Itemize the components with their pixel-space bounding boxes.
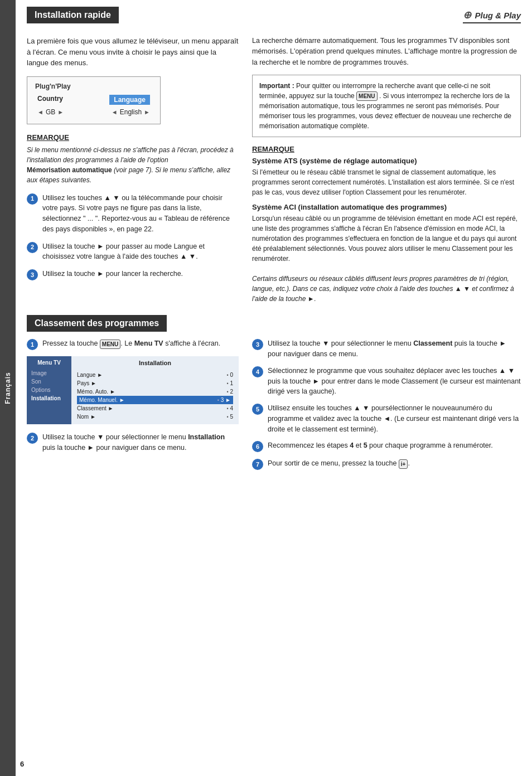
tv-menu-langue-label: Langue ► [77,372,103,378]
class-step-1: 1 Pressez la touche MENU. Le Menu TV s'a… [27,338,239,350]
tv-menu-memo-auto-val: • 2 [227,389,234,395]
installation-rapide-title-box: Installation rapide [27,7,119,30]
class-step-6-text: Recommencez les étapes 4 et 5 pour chaqu… [268,440,521,451]
tv-menu-row-langue: Langue ► • 0 [77,371,233,379]
section-title: Installation rapide [27,7,119,23]
step-3: 3 Utilisez la touche ► pour lancer la re… [27,269,239,280]
menu-key-class1: MENU [100,340,120,349]
class-step-2-num: 2 [27,433,38,444]
class-step-2: 2 Utilisez la touche ▼ pour sélectionner… [27,432,239,453]
installation-rapide-content: La première fois que vous allumez le tél… [27,36,521,309]
class-step-4: 4 Sélectionnez le programme que vous sou… [252,366,521,397]
step-1: 1 Utilisez les touches ▲ ▼ ou la télécom… [27,193,239,235]
class-step-7: 7 Pour sortir de ce menu, pressez la tou… [252,458,521,470]
step5-ref: 5 [364,442,367,449]
remarque2-title: REMARQUE [252,145,521,153]
class-step-7-text: Pour sortir de ce menu, pressez la touch… [268,458,521,469]
step4-ref: 4 [350,442,354,449]
tv-menu-pays-val: • 1 [227,380,234,386]
tv-menu-langue-val: • 0 [227,372,234,378]
step-1-text: Utilisez les touches ▲ ▼ ou la télécomma… [42,193,239,235]
tv-menu-main-title: Installation [77,360,233,366]
sub1-text: Si l'émetteur ou le réseau câblé transme… [252,167,521,197]
class-step-1-num: 1 [27,339,38,350]
right-intro: La recherche démarre automatiquement. To… [252,36,521,68]
iplus-key: i+ [399,459,408,469]
header-row: Installation rapide ⊕ Plug & Play [27,7,521,30]
menu-box: Plug'n'Play Country Language ◄ GB ► ◄ En… [27,76,161,124]
country-label: Country [37,95,63,105]
tv-menu-item-son: Son [29,377,69,386]
sub1-title: Système ATS (système de réglage automati… [252,157,521,165]
tv-menu-row-memo-auto: Mémo. Auto. ► • 2 [77,387,233,396]
classement-section: Classement des programmes 1 Pressez la t… [27,315,521,476]
tv-menu-item-installation: Installation [29,394,69,402]
classement-title: Classement des programmes [27,315,167,332]
remarque1-title: REMARQUE [27,133,239,142]
sidebar: Français [0,0,16,776]
sub2-text: Lorsqu'un réseau câblé ou un programme d… [252,214,521,304]
class-step-3-num: 3 [252,339,263,350]
step-1-num: 1 [27,193,38,205]
class-step-5-text: Utilisez ensuite les touches ▲ ▼ poursél… [268,403,521,434]
installation-bold: Installation [188,433,225,441]
menu-box-values: ◄ GB ► ◄ English ► [35,108,152,116]
remarque2: REMARQUE Système ATS (système de réglage… [252,145,521,304]
country-value-row: ◄ GB ► [37,108,64,116]
tv-menu-classement-label: Classement ► [77,405,113,411]
tv-menu-nom-label: Nom ► [77,414,96,420]
sidebar-label: Français [4,372,12,404]
class-step-6-num: 6 [252,441,263,452]
remarque1: REMARQUE Si le menu mentionné ci-dessus … [27,133,239,185]
sub2-text-main: Lorsqu'un réseau câblé ou un programme d… [252,215,518,263]
remarque1-bold: Mémorisation automatique [27,166,112,174]
classement-cols: 1 Pressez la touche MENU. Le Menu TV s'a… [27,338,521,476]
menu-key: MENU [356,91,377,101]
tv-menu-row-nom: Nom ► • 5 [77,413,233,421]
step-2-num: 2 [27,242,38,253]
sub2-title: Système ACI (installation automatique de… [252,203,521,211]
remarque1-text: Si le menu mentionné ci-dessus ne s'affi… [27,145,239,185]
class-step-7-num: 7 [252,459,263,470]
tv-menu-nom-val: • 5 [227,414,234,420]
menu-box-title: Plug'n'Play [35,83,152,90]
class-step-5-num: 5 [252,404,263,415]
classement-col-left: 1 Pressez la touche MENU. Le Menu TV s'a… [27,338,239,476]
menu-box-header: Country Language [35,95,152,105]
tv-menu-item-options: Options [29,386,69,394]
plug-play-text: Plug & Play [475,11,521,20]
tv-menu-sidebar-title: Menu TV [29,360,69,366]
language-value: English [120,108,142,116]
step-3-text: Utilisez la touche ► pour lancer la rech… [42,269,239,279]
tv-menu-row-pays: Pays ► • 1 [77,379,233,387]
col-right: La recherche démarre automatiquement. To… [252,36,521,309]
important-box: Important : Pour quitter ou interrompre … [252,75,521,137]
tv-menu-row-classement: Classement ► • 4 [77,404,233,413]
class-step-3: 3 Utilisez la touche ▼ pour sélectionner… [252,338,521,360]
tv-menu-main: Installation Langue ► • 0 Pays ► • 1 Mém… [71,356,239,424]
tv-menu-memo-auto-label: Mémo. Auto. ► [77,389,115,395]
lang-arrow-left: ◄ [112,109,118,115]
class-step-5: 5 Utilisez ensuite les touches ▲ ▼ pours… [252,403,521,434]
sub2-text-italic: Certains diffuseurs ou réseaux câblés di… [252,275,514,303]
remarque1-text1: Si le menu mentionné ci-dessus ne s'affi… [27,146,234,164]
important-label: Important : [259,82,294,90]
tv-menu-classement-val: • 4 [227,405,234,411]
language-value-row: ◄ English ► [112,108,150,116]
tv-menu-mockup: Menu TV Image Son Options Installation I… [27,356,239,424]
lang-arrow-right: ► [144,109,150,115]
plug-play-logo: ⊕ Plug & Play [463,9,521,23]
plug-icon: ⊕ [463,9,471,21]
step-3-num: 3 [27,269,38,280]
main-content: Installation rapide ⊕ Plug & Play La pre… [16,0,532,487]
country-arrow-right: ► [57,109,64,115]
intro-text: La première fois que vous allumez le tél… [27,36,239,69]
tv-menu-memo-manuel-label: Mémo. Manuel. ► [79,397,125,403]
tv-menu-pays-label: Pays ► [77,380,96,386]
tv-menu-memo-manuel-val: • 3 ► [217,397,231,403]
class-step-4-num: 4 [252,366,263,377]
tv-menu-item-image: Image [29,369,69,377]
tv-menu-sidebar: Menu TV Image Son Options Installation [27,356,71,424]
country-arrow-left: ◄ [37,109,43,115]
menu-tv-label: Menu TV [134,340,163,347]
